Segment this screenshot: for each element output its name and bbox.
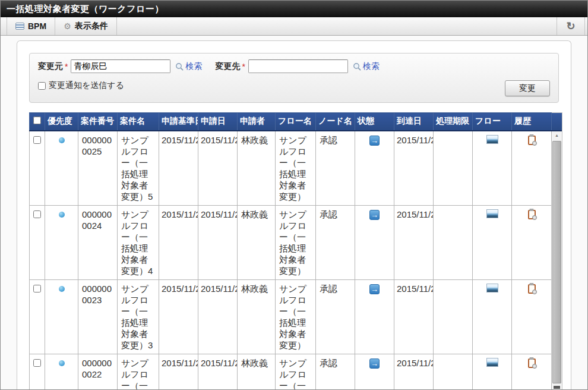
select-all-header bbox=[30, 113, 45, 131]
col-priority: 優先度 bbox=[45, 113, 78, 131]
arrival-date-cell: 2015/11/2 bbox=[394, 205, 434, 279]
node-name-cell: 承認 bbox=[316, 205, 355, 279]
status-arrow-icon: → bbox=[369, 210, 380, 220]
list-icon bbox=[15, 23, 24, 30]
row-checkbox[interactable] bbox=[33, 285, 41, 292]
select-all-checkbox[interactable] bbox=[33, 117, 41, 124]
change-from-search-link[interactable]: 検索 bbox=[175, 61, 202, 72]
form-row-actions: 変更通知を送信する 変更 bbox=[38, 78, 550, 96]
clock-badge-icon bbox=[532, 364, 537, 369]
flow-name-cell: サンプルフロー（一括処理対象者変更） bbox=[276, 279, 316, 354]
case-number-cell: 0000000025 bbox=[78, 131, 118, 206]
toolbar-tabs: BPM ⚙ 表示条件 bbox=[7, 17, 117, 35]
status-cell: → bbox=[355, 279, 394, 354]
status-cell: → bbox=[355, 131, 394, 206]
table-row: 0000000023 サンプルフロー（一括処理対象者変更）3 2015/11/2… bbox=[30, 279, 552, 354]
change-to-search-link[interactable]: 検索 bbox=[353, 61, 380, 72]
flow-name-cell: サンプルフロー（一括処理対象者変更） bbox=[276, 354, 316, 390]
row-select-cell bbox=[30, 131, 45, 206]
history-cell bbox=[512, 131, 552, 206]
form-row-inputs: 変更元 * 検索 変更先 * bbox=[38, 59, 550, 73]
col-arrival-date: 到達日 bbox=[394, 113, 434, 131]
col-node-name: ノード名 bbox=[316, 113, 355, 131]
scroll-down-arrow-icon[interactable] bbox=[554, 386, 560, 389]
col-history: 履歴 bbox=[512, 113, 552, 131]
case-name-cell: サンプルフロー（一括処理対象者変更）5 bbox=[118, 131, 159, 206]
notification-checkbox[interactable] bbox=[38, 82, 46, 90]
clipboard-clip bbox=[530, 283, 534, 285]
table-row: 0000000022 サンプルフロー（一括処理対象者変更）2 2015/11/2… bbox=[30, 354, 552, 390]
change-from-label: 変更元 bbox=[38, 61, 63, 72]
change-form-panel: 変更元 * 検索 変更先 * bbox=[29, 53, 559, 103]
page-title: 一括処理対象者変更（ワークフロー） bbox=[7, 4, 164, 14]
col-base-date: 申請基準日 bbox=[159, 113, 198, 131]
notification-checkbox-label: 変更通知を送信する bbox=[49, 80, 124, 91]
priority-dot-icon bbox=[59, 137, 65, 143]
table-header-row: 優先度 案件番号 案件名 申請基準日 申請日 申請者 フロー名 ノード名 状態 … bbox=[30, 113, 552, 131]
change-from-input[interactable] bbox=[71, 59, 170, 73]
tab-bpm[interactable]: BPM bbox=[7, 17, 55, 35]
row-checkbox[interactable] bbox=[33, 359, 41, 367]
flow-name-cell: サンプルフロー（一括処理対象者変更） bbox=[276, 205, 316, 279]
change-to-required-mark: * bbox=[242, 62, 245, 71]
base-date-cell: 2015/11/2 bbox=[159, 131, 198, 206]
tab-display-conditions[interactable]: ⚙ 表示条件 bbox=[55, 17, 117, 35]
row-checkbox[interactable] bbox=[33, 136, 41, 144]
flow-cell bbox=[473, 131, 512, 206]
history-clipboard-icon[interactable] bbox=[528, 284, 536, 294]
tab-bpm-label: BPM bbox=[28, 21, 46, 31]
col-flow: フロー bbox=[473, 113, 512, 131]
flow-cell bbox=[473, 279, 512, 354]
base-date-cell: 2015/11/2 bbox=[159, 205, 198, 279]
case-number-cell: 0000000024 bbox=[78, 205, 118, 279]
history-clipboard-icon[interactable] bbox=[528, 136, 536, 145]
change-to-label: 変更先 bbox=[215, 61, 240, 72]
table-scrollbar[interactable]: ▲ bbox=[552, 112, 562, 390]
arrival-date-cell: 2015/11/2 bbox=[394, 279, 434, 354]
clock-badge-icon bbox=[532, 141, 537, 146]
change-to-input[interactable] bbox=[248, 59, 348, 73]
scrollbar-thumb[interactable] bbox=[552, 141, 561, 383]
table-row: 0000000024 サンプルフロー（一括処理対象者変更）4 2015/11/2… bbox=[30, 205, 552, 279]
priority-cell bbox=[45, 131, 78, 206]
deadline-cell bbox=[434, 131, 473, 206]
change-button[interactable]: 変更 bbox=[505, 80, 550, 96]
applicant-cell: 林政義 bbox=[238, 205, 276, 279]
status-cell: → bbox=[355, 354, 394, 390]
table-row: 0000000025 サンプルフロー（一括処理対象者変更）5 2015/11/2… bbox=[30, 131, 552, 206]
row-select-cell bbox=[30, 205, 45, 279]
deadline-cell bbox=[434, 205, 473, 279]
toolbar: BPM ⚙ 表示条件 ↻ bbox=[1, 17, 587, 36]
refresh-icon: ↻ bbox=[566, 21, 575, 32]
gear-icon: ⚙ bbox=[64, 21, 71, 31]
apply-date-cell: 2015/11/2 bbox=[198, 354, 238, 390]
flow-image-icon[interactable] bbox=[486, 284, 498, 292]
refresh-button[interactable]: ↻ bbox=[557, 17, 585, 35]
flow-image-icon[interactable] bbox=[486, 358, 498, 367]
status-cell: → bbox=[355, 205, 394, 279]
scroll-up-arrow-icon[interactable]: ▲ bbox=[552, 131, 562, 139]
deadline-cell bbox=[434, 354, 473, 390]
notification-checkbox-row[interactable]: 変更通知を送信する bbox=[38, 80, 124, 91]
priority-cell bbox=[45, 354, 78, 390]
change-to-search-label: 検索 bbox=[363, 61, 380, 72]
flow-image-icon[interactable] bbox=[486, 209, 498, 218]
base-date-cell: 2015/11/2 bbox=[159, 354, 198, 390]
history-clipboard-icon[interactable] bbox=[528, 358, 536, 368]
case-name-cell: サンプルフロー（一括処理対象者変更）3 bbox=[118, 279, 159, 354]
arrival-date-cell: 2015/11/2 bbox=[394, 354, 434, 390]
row-checkbox[interactable] bbox=[33, 210, 41, 218]
apply-date-cell: 2015/11/2 bbox=[198, 131, 238, 206]
clipboard-clip bbox=[530, 209, 534, 211]
history-clipboard-icon[interactable] bbox=[528, 210, 536, 219]
col-status: 状態 bbox=[355, 113, 394, 131]
change-from-required-mark: * bbox=[65, 62, 68, 71]
change-from-search-label: 検索 bbox=[185, 61, 202, 72]
col-flow-name: フロー名 bbox=[276, 113, 316, 131]
flow-image-icon[interactable] bbox=[486, 135, 498, 144]
applicant-cell: 林政義 bbox=[238, 131, 276, 206]
row-select-cell bbox=[30, 354, 45, 390]
clock-badge-icon bbox=[532, 290, 537, 294]
magnifier-icon bbox=[175, 62, 184, 71]
col-case-number: 案件番号 bbox=[78, 113, 118, 131]
